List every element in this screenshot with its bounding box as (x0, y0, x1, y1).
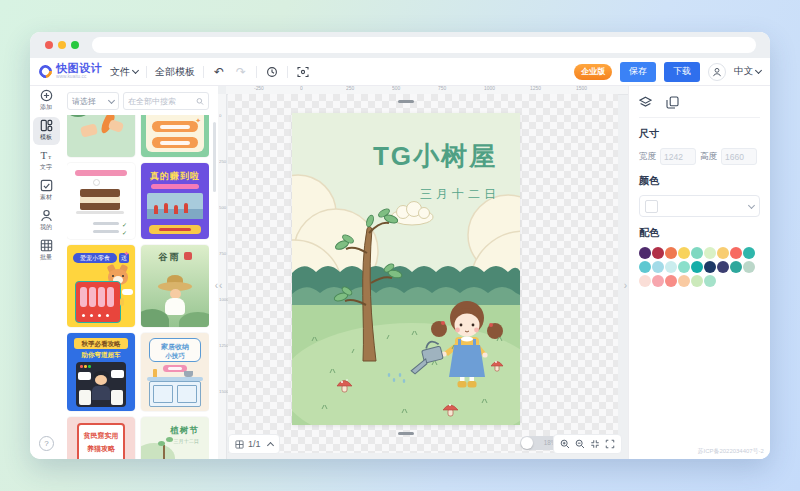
sidebar-item-add[interactable]: 添加 (33, 87, 60, 115)
app-subtitle: www.kuaitu.cc (56, 74, 93, 79)
palette-color[interactable] (665, 261, 677, 273)
sidebar-item-assets[interactable]: 素材 (33, 177, 60, 205)
palette-swatches (639, 247, 760, 287)
palette-color[interactable] (743, 261, 755, 273)
palette-color[interactable] (704, 275, 716, 287)
panel-scrollbar[interactable] (213, 122, 216, 192)
page-indicator[interactable]: 1/1 (228, 434, 280, 454)
thumb-title: 谷雨 (141, 251, 209, 264)
close-window-button[interactable] (45, 41, 53, 49)
search-icon (196, 97, 204, 106)
template-thumb[interactable]: 植树节 三月十二日 (141, 417, 209, 459)
palette-color[interactable] (691, 261, 703, 273)
palette-color[interactable] (639, 275, 651, 287)
svg-text:T: T (40, 149, 47, 161)
collapse-right-chevron[interactable]: › (624, 281, 627, 291)
layers-icon[interactable] (639, 96, 652, 109)
palette-color[interactable] (743, 247, 755, 259)
thumb-title: 植树节 (171, 425, 200, 437)
search-box[interactable] (123, 92, 209, 110)
zoom-in-button[interactable] (560, 439, 570, 449)
palette-color[interactable] (652, 275, 664, 287)
sidebar-item-batch[interactable]: 批量 (33, 237, 60, 265)
canvas-area: -2500250500750100012501500 0250500750100… (218, 86, 628, 459)
palette-color[interactable] (678, 275, 690, 287)
category-select[interactable]: 请选择 (67, 92, 119, 110)
poster-canvas[interactable]: TG小树屋 三月十二日 (292, 113, 520, 425)
height-input[interactable] (721, 148, 757, 165)
palette-color[interactable] (639, 261, 651, 273)
divider (146, 66, 147, 78)
inspector-panel: 尺寸 宽度 高度 颜色 配色 苏ICP备2022034407号- (628, 86, 770, 459)
minimize-window-button[interactable] (58, 41, 66, 49)
app-title: 快图设计 (56, 63, 102, 74)
sidebar-item-mine[interactable]: 我的 (33, 207, 60, 235)
palette-color[interactable] (704, 247, 716, 259)
snapshot-icon[interactable] (296, 65, 310, 79)
search-input[interactable] (128, 97, 196, 106)
palette-color[interactable] (665, 247, 677, 259)
fullscreen-button[interactable] (605, 439, 615, 449)
zoom-window-button[interactable] (71, 41, 79, 49)
download-button[interactable]: 下载 (664, 62, 700, 82)
asset-check-icon (40, 179, 53, 192)
redo-button[interactable]: ↷ (234, 65, 248, 79)
template-thumb[interactable] (67, 115, 135, 157)
divider (203, 66, 204, 78)
fit-screen-button[interactable] (590, 439, 600, 449)
vip-button[interactable]: 企业版 (574, 64, 612, 80)
poster-date-text[interactable]: 三月十二日 (420, 187, 500, 201)
thumb-title: 家居收纳 (150, 342, 200, 352)
template-thumb[interactable]: 真的赚到啦 (141, 163, 209, 239)
logo-icon (36, 62, 54, 80)
template-thumb[interactable]: ✦ (141, 115, 209, 157)
palette-color[interactable] (639, 247, 651, 259)
resize-handle-top[interactable] (398, 100, 414, 103)
user-avatar[interactable] (708, 63, 726, 81)
history-icon[interactable] (265, 65, 279, 79)
palette-color[interactable] (678, 261, 690, 273)
palette-color[interactable] (652, 261, 664, 273)
palette-color[interactable] (691, 275, 703, 287)
width-input[interactable] (660, 148, 696, 165)
undo-button[interactable]: ↶ (212, 65, 226, 79)
resize-handle-bottom[interactable] (398, 432, 414, 435)
collapse-left-chevron[interactable]: ‹ (219, 281, 222, 291)
template-thumb[interactable]: ✓ ✓ (67, 163, 135, 239)
background-color-select[interactable] (639, 195, 760, 217)
sidebar-item-text[interactable]: Tт 文字 (33, 147, 60, 175)
chevron-up-icon (266, 441, 273, 448)
palette-color[interactable] (652, 247, 664, 259)
template-thumb[interactable]: 爱宠小零食 送 ✦ (67, 245, 135, 327)
address-bar[interactable] (92, 37, 756, 53)
palette-heading: 配色 (639, 226, 760, 240)
palette-color[interactable] (717, 247, 729, 259)
palette-color[interactable] (704, 261, 716, 273)
palette-color[interactable] (665, 275, 677, 287)
zoom-out-button[interactable] (575, 439, 585, 449)
save-button[interactable]: 保存 (620, 62, 656, 82)
palette-color[interactable] (730, 247, 742, 259)
all-templates-menu[interactable]: 全部模板 (155, 65, 195, 79)
sidebar-item-templates[interactable]: 模板 (33, 117, 60, 145)
copy-page-icon[interactable] (666, 96, 679, 109)
language-selector[interactable]: 中文 (734, 65, 761, 78)
template-thumb[interactable]: 家居收纳 小技巧 (141, 333, 209, 411)
palette-color[interactable] (691, 247, 703, 259)
help-button[interactable]: ? (39, 436, 54, 451)
template-thumb[interactable]: 秋季必看攻略 助你弯道超车 (67, 333, 135, 411)
template-thumb[interactable]: 贫民窟实用 养猫攻略 (67, 417, 135, 459)
thumb-title: 秋季必看攻略 (74, 338, 128, 349)
poster-title-text[interactable]: TG小树屋 (373, 141, 497, 171)
palette-color[interactable] (717, 261, 729, 273)
thumb-title: 爱宠小零食 (73, 253, 117, 263)
template-thumb[interactable]: 谷雨 (141, 245, 209, 327)
palette-color[interactable] (678, 247, 690, 259)
palette-color[interactable] (730, 261, 742, 273)
app-logo[interactable]: 快图设计 www.kuaitu.cc (39, 63, 102, 80)
height-label: 高度 (700, 151, 717, 163)
slider-knob[interactable] (521, 437, 533, 449)
divider (287, 66, 288, 78)
file-menu[interactable]: 文件 (110, 65, 138, 79)
width-label: 宽度 (639, 151, 656, 163)
